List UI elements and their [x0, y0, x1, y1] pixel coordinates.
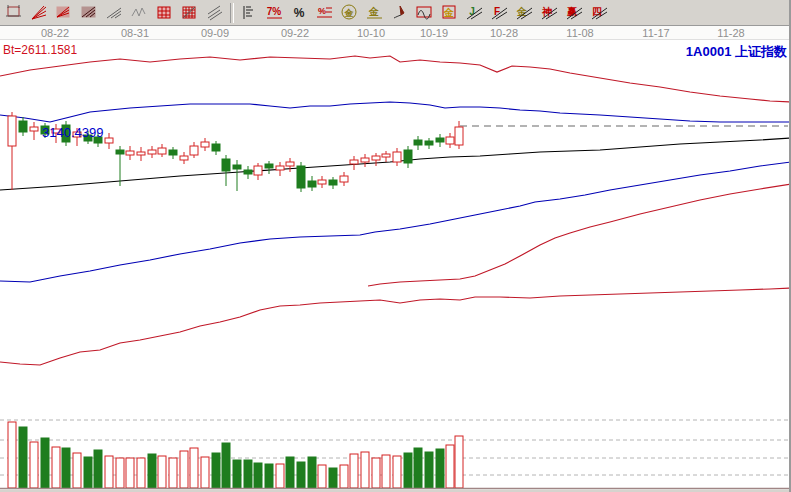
- candle-body: [180, 156, 188, 160]
- percent7-indicator-button-icon: 7%: [265, 4, 284, 21]
- f-lines-indicator-button-icon: F: [490, 4, 509, 21]
- volume-bar: [361, 452, 369, 488]
- f-lines-indicator-button[interactable]: F: [487, 1, 512, 25]
- toolbar-separator: [230, 3, 234, 23]
- parallel-lines-tool[interactable]: [202, 1, 227, 25]
- candle-body: [297, 166, 305, 188]
- j-lines-indicator-button[interactable]: J: [462, 1, 487, 25]
- candle-body: [148, 150, 156, 154]
- svg-text:金: 金: [443, 7, 454, 18]
- date-label: 10-28: [490, 27, 518, 39]
- lower-blue-band: [0, 162, 791, 282]
- volume-bar: [244, 460, 252, 488]
- outer-red-band: [0, 288, 791, 365]
- candle-body: [169, 150, 177, 155]
- gold-line-indicator-button[interactable]: 金: [362, 1, 387, 25]
- ray-fan-tool-icon: [30, 4, 49, 21]
- percent7-indicator-button[interactable]: 7%: [262, 1, 287, 25]
- volume-bar: [116, 458, 124, 488]
- candle-body: [372, 156, 380, 160]
- volume-bar: [414, 448, 422, 488]
- volume-bar: [41, 438, 49, 488]
- grid-red-tool[interactable]: [177, 1, 202, 25]
- upper-red-band: [0, 56, 791, 102]
- candle-body: [8, 116, 16, 146]
- svg-text:7%: 7%: [267, 6, 282, 17]
- ying-diag-indicator-button[interactable]: 赢: [562, 1, 587, 25]
- ying-diag-indicator-button-icon: 赢: [565, 4, 584, 21]
- shen-diag-indicator-button[interactable]: 神: [537, 1, 562, 25]
- bt-value-label: Bt=2611.1581: [3, 43, 78, 57]
- volume-bar: [286, 457, 294, 488]
- si-diag-indicator-button-icon: 四: [590, 4, 609, 21]
- indicator-list-button[interactable]: [237, 1, 262, 25]
- si-diag-indicator-button[interactable]: 四: [587, 1, 612, 25]
- volume-bar: [455, 436, 463, 488]
- zigzag-tool[interactable]: [127, 1, 152, 25]
- gold-coin-indicator-button-icon: 金: [340, 4, 359, 21]
- candle-body: [361, 158, 369, 162]
- volume-bar: [425, 452, 433, 488]
- volume-bar: [276, 464, 284, 488]
- gann-box-tool[interactable]: [52, 1, 77, 25]
- gold-coin-indicator-button[interactable]: 金: [337, 1, 362, 25]
- trend-line-tool[interactable]: [102, 1, 127, 25]
- gold-diag-indicator-button[interactable]: 金: [512, 1, 537, 25]
- date-label: 08-22: [41, 27, 69, 39]
- date-label: 11-08: [566, 27, 593, 39]
- candle-body: [340, 176, 348, 182]
- volume-bar: [190, 448, 198, 488]
- date-label: 09-22: [281, 27, 309, 39]
- date-label: 09-09: [201, 27, 229, 39]
- volume-bar: [148, 454, 156, 488]
- volume-bar: [212, 453, 220, 488]
- volume-bar: [158, 456, 166, 488]
- volume-bar: [308, 457, 316, 488]
- volume-bar: [318, 465, 326, 488]
- volume-bar: [329, 468, 337, 488]
- candle-body: [30, 127, 38, 131]
- inner-red-band: [368, 184, 791, 286]
- candle-body: [265, 164, 273, 168]
- volume-bar: [8, 422, 16, 488]
- volume-bar: [265, 464, 273, 488]
- percent-lines-indicator-button-icon: %: [315, 4, 334, 21]
- candle-body: [126, 151, 134, 155]
- volume-bar: [126, 458, 134, 488]
- grid-tool[interactable]: [152, 1, 177, 25]
- date-label: 10-10: [357, 27, 385, 39]
- svg-text:金: 金: [368, 6, 379, 17]
- brush-indicator-button[interactable]: [387, 1, 412, 25]
- volume-bar: [350, 454, 358, 488]
- volume-bar: [297, 462, 305, 488]
- percent-lines-indicator-button[interactable]: %: [312, 1, 337, 25]
- selection-box-tool-icon: [5, 4, 24, 21]
- candle-body: [190, 146, 198, 155]
- svg-text:金: 金: [344, 8, 355, 18]
- volume-bar: [30, 442, 38, 488]
- volume-bar: [233, 460, 241, 488]
- j-lines-indicator-button-icon: J: [465, 4, 484, 21]
- selection-box-tool[interactable]: [2, 1, 27, 25]
- candle-body: [425, 141, 433, 145]
- svg-text:%: %: [318, 6, 326, 16]
- volume-bar: [404, 453, 412, 488]
- candle-body: [308, 181, 316, 187]
- gann-box-tool-icon: [55, 4, 74, 21]
- date-label: 08-31: [121, 27, 149, 39]
- candle-body: [222, 159, 230, 171]
- wave-indicator-button[interactable]: [412, 1, 437, 25]
- trend-line-tool-icon: [105, 4, 124, 21]
- chart-canvas[interactable]: Bt=2611.15811A0001 上证指数3140.4399: [0, 40, 791, 492]
- candle-body: [116, 150, 124, 154]
- candle-body: [329, 180, 337, 185]
- gold-box-indicator-button[interactable]: 金: [437, 1, 462, 25]
- percent-indicator-button[interactable]: %: [287, 1, 312, 25]
- gann-shade-tool[interactable]: [77, 1, 102, 25]
- stock-chart-window: { "window": { "symbol_label": "1A0001 上证…: [0, 0, 791, 492]
- price-tag-label: 3140.4399: [42, 125, 103, 140]
- candle-body: [137, 152, 145, 155]
- candle-body: [244, 170, 252, 174]
- ray-fan-tool[interactable]: [27, 1, 52, 25]
- candle-body: [158, 148, 166, 154]
